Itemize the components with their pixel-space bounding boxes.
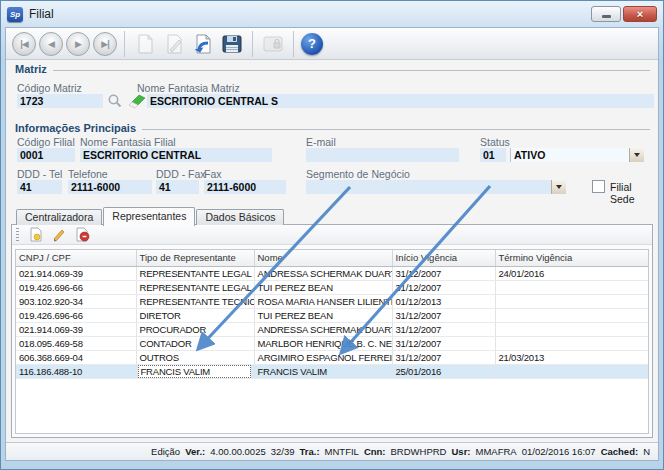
search-button[interactable] <box>107 93 123 113</box>
segmento-dropdown-button[interactable] <box>551 180 566 194</box>
grid-column-header[interactable]: Tipo de Representante <box>136 250 254 266</box>
lock-button[interactable] <box>260 31 286 57</box>
nav-prev-button[interactable]: ◀ <box>39 32 63 56</box>
nav-next-button[interactable]: ▶ <box>66 32 90 56</box>
grid-column-header[interactable]: CNPJ / CPF <box>16 250 136 266</box>
grid-row[interactable]: 021.914.069-39REPRESENTANTE LEGAL EST...… <box>16 266 649 280</box>
new-record-button[interactable] <box>132 31 158 57</box>
undo-page-icon <box>193 34 213 54</box>
grid-cell[interactable]: 01/12/2013 <box>392 294 495 308</box>
fax-field[interactable]: 2111-6000 <box>204 180 286 194</box>
grid-cell[interactable]: 903.102.920-34 <box>16 294 136 308</box>
grid-cell[interactable] <box>495 308 649 322</box>
grid-cell[interactable]: CONTADOR <box>136 336 254 350</box>
grid-column-header[interactable]: Início Vigência <box>392 250 495 266</box>
segmento-combo[interactable] <box>306 180 566 194</box>
grid-row[interactable]: 021.914.069-39PROCURADORANDRESSA SCHERMA… <box>16 322 649 336</box>
grid-cell[interactable] <box>495 336 649 350</box>
edit-record-button[interactable] <box>161 31 187 57</box>
grid-cell[interactable]: MARLBOR HENRIQUE B. C. NECHIO <box>254 336 392 350</box>
grid-cell[interactable]: 021.914.069-39 <box>16 266 136 280</box>
grid-delete-button[interactable] <box>73 227 91 243</box>
grid-cell[interactable]: 606.368.669-04 <box>16 350 136 364</box>
grid-cell[interactable]: ANDRESSA SCHERMAK DUARTE <box>254 266 392 280</box>
grid-column-header[interactable]: Nome <box>254 250 392 266</box>
grid-cell[interactable]: REPRESENTANTE TECNICO <box>136 294 254 308</box>
grid-cell[interactable]: 018.095.469-58 <box>16 336 136 350</box>
new-document-icon <box>136 34 154 54</box>
filial-sede-checkbox[interactable] <box>592 180 605 193</box>
grid-cell[interactable]: 31/12/2007 <box>392 336 495 350</box>
grid-row[interactable]: 019.426.696-66REPRESENTANTE LEGAL FE...T… <box>16 280 649 294</box>
grid-cell[interactable]: 31/12/2007 <box>392 308 495 322</box>
grid-cell[interactable]: DIRETOR <box>136 308 254 322</box>
grid-cell[interactable] <box>495 364 649 378</box>
grid-row[interactable]: 116.186.488-10FRANCIS VALIMFRANCIS VALIM… <box>16 364 649 378</box>
grid-cell[interactable]: REPRESENTANTE LEGAL FE... <box>136 280 254 294</box>
help-button[interactable]: ? <box>301 33 323 55</box>
delete-record-icon <box>75 227 90 242</box>
grid-row[interactable]: 019.426.696-66DIRETORTUI PEREZ BEAN31/12… <box>16 308 649 322</box>
grid-cell[interactable]: 31/12/2007 <box>392 322 495 336</box>
ddd-tel-field[interactable]: 41 <box>17 180 62 194</box>
grid-cell[interactable]: FRANCIS VALIM <box>254 364 392 378</box>
grid-cell[interactable]: ANDRESSA SCHERMAK DUARTE <box>254 322 392 336</box>
grid-cell[interactable]: OUTROS <box>136 350 254 364</box>
nav-last-button[interactable]: ▶| <box>93 32 117 56</box>
grid-cell[interactable]: PROCURADOR <box>136 322 254 336</box>
save-button[interactable] <box>219 31 245 57</box>
grid-cell[interactable]: 31/12/2007 <box>392 280 495 294</box>
grid-cell[interactable]: 019.426.696-66 <box>16 280 136 294</box>
minimize-button[interactable] <box>591 6 621 22</box>
status-dropdown-button[interactable] <box>629 148 644 162</box>
grid-row[interactable]: 018.095.469-58CONTADORMARLBOR HENRIQUE B… <box>16 336 649 350</box>
grid-row[interactable]: 903.102.920-34REPRESENTANTE TECNICOROSA … <box>16 294 649 308</box>
form-content: Matriz Código Matriz 1723 Nome Fantasia … <box>6 60 658 442</box>
grid-cell[interactable]: 31/12/2007 <box>392 350 495 364</box>
toolbar-grip[interactable] <box>16 228 19 241</box>
grid-cell[interactable]: 31/12/2007 <box>392 266 495 280</box>
grid-cell[interactable]: FRANCIS VALIM <box>136 364 254 378</box>
grid-edit-button[interactable] <box>50 227 68 243</box>
grid-cell[interactable]: REPRESENTANTE LEGAL EST... <box>136 266 254 280</box>
close-button[interactable]: × <box>623 6 657 22</box>
grid-cell[interactable] <box>495 280 649 294</box>
grid-cell[interactable]: 021.914.069-39 <box>16 322 136 336</box>
grid-cell[interactable]: TUI PEREZ BEAN <box>254 308 392 322</box>
tab-dados-basicos[interactable]: Dados Básicos <box>196 209 284 225</box>
grid-cell[interactable]: 019.426.696-66 <box>16 308 136 322</box>
grid-cell[interactable]: ROSA MARIA HANSER LILIENTHAL <box>254 294 392 308</box>
grid-cell[interactable]: 25/01/2016 <box>392 364 495 378</box>
window-title: Filial <box>29 7 54 21</box>
grid-cell[interactable]: 116.186.488-10 <box>16 364 136 378</box>
minimize-icon <box>602 15 611 18</box>
ddd-fax-field[interactable]: 41 <box>156 180 199 194</box>
codigo-matriz-field[interactable]: 1723 <box>17 94 103 108</box>
nome-fantasia-matriz-field[interactable]: ESCRITORIO CENTRAL S <box>147 94 654 108</box>
grid-cell[interactable]: ARGIMIRO ESPAGNOL FERREIRA <box>254 350 392 364</box>
status-code-field[interactable]: 01 <box>480 148 506 162</box>
undo-button[interactable] <box>190 31 216 57</box>
email-field[interactable] <box>306 148 459 162</box>
grid-cell[interactable]: 24/01/2016 <box>495 266 649 280</box>
codigo-filial-field[interactable]: 0001 <box>17 148 75 162</box>
grid-cell[interactable]: 21/03/2013 <box>495 350 649 364</box>
grid-column-header[interactable]: Término Vigência <box>495 250 649 266</box>
grid-row[interactable]: 606.368.669-04OUTROSARGIMIRO ESPAGNOL FE… <box>16 350 649 364</box>
grid-cell[interactable] <box>495 322 649 336</box>
main-toolbar: |◀ ◀ ▶ ▶| ? <box>6 28 658 60</box>
close-icon: × <box>637 9 643 20</box>
eraser-button[interactable] <box>127 94 146 113</box>
segmento-label: Segmento de Negócio <box>306 168 410 180</box>
nome-fantasia-filial-field[interactable]: ESCRITORIO CENTRAL <box>80 148 272 162</box>
status-combo[interactable]: ATIVO <box>510 148 644 162</box>
tab-centralizadora[interactable]: Centralizadora <box>16 209 102 225</box>
grid-edit-cell-input[interactable]: FRANCIS VALIM <box>138 365 251 378</box>
grid-cell[interactable] <box>495 294 649 308</box>
grid-cell[interactable]: TUI PEREZ BEAN <box>254 280 392 294</box>
add-record-icon <box>29 227 43 242</box>
telefone-field[interactable]: 2111-6000 <box>68 180 152 194</box>
nav-first-button[interactable]: |◀ <box>12 32 36 56</box>
tab-representantes[interactable]: Representantes <box>103 207 195 226</box>
grid-add-button[interactable] <box>27 227 45 243</box>
